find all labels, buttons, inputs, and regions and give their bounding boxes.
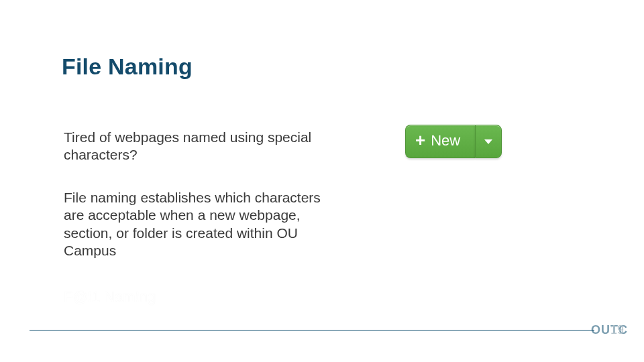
new-button-dropdown[interactable] [475,125,502,158]
new-button-label: New [431,132,460,149]
intro-paragraph-2: File naming establishes which characters… [64,189,332,259]
file-naming-example: F@!1 Nam!ng [64,288,156,306]
caret-down-icon [484,139,492,144]
intro-paragraph-1: Tired of webpages named using special ch… [64,129,332,164]
footer-divider [30,330,594,330]
new-button[interactable]: + New [405,125,475,158]
plus-icon: + [415,131,425,149]
new-button-group: + New [405,125,502,158]
slide-title: File Naming [62,54,193,80]
slide: File Naming Tired of webpages named usin… [0,0,644,362]
page-number: 19 [610,323,624,337]
